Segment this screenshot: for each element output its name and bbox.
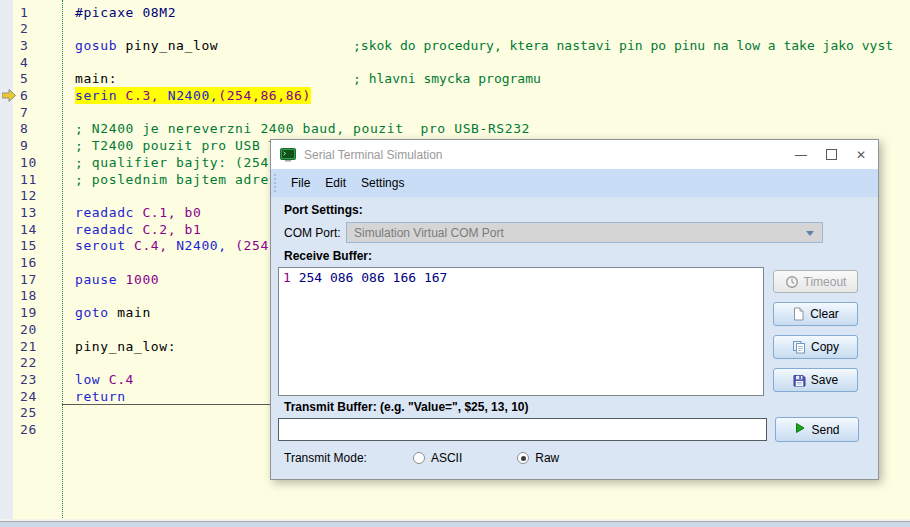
receive-buffer-textarea[interactable]: 1 254 086 086 166 167 bbox=[278, 267, 764, 396]
save-button-label: Save bbox=[811, 373, 838, 387]
send-button[interactable]: Send bbox=[775, 417, 859, 442]
code-token: C.2, b1 bbox=[142, 222, 201, 237]
menu-grip[interactable] bbox=[274, 174, 276, 192]
page-icon bbox=[792, 307, 805, 321]
copy-button[interactable]: Copy bbox=[773, 335, 858, 359]
code-token: ; qualifier bajty: (254,8 bbox=[75, 155, 286, 170]
save-icon bbox=[793, 374, 806, 387]
clock-icon bbox=[785, 275, 799, 289]
play-icon bbox=[794, 422, 806, 437]
transmit-buffer-label: Transmit Buffer: (e.g. "Value=", $25, 13… bbox=[284, 400, 528, 414]
code-token: gosub bbox=[75, 38, 126, 53]
send-button-label: Send bbox=[811, 423, 839, 437]
copy-icon bbox=[792, 340, 806, 354]
code-line-17: pause 1000 bbox=[75, 271, 159, 288]
transmit-mode-label: Transmit Mode: bbox=[284, 451, 367, 465]
code-line-21: piny_na_low: bbox=[75, 338, 176, 355]
code-line-14: readadc C.2, b1 bbox=[75, 221, 201, 238]
clear-button[interactable]: Clear bbox=[773, 302, 858, 326]
current-line-arrow-icon bbox=[2, 89, 16, 102]
code-token: low bbox=[75, 372, 109, 387]
com-port-label: COM Port: bbox=[284, 226, 341, 240]
code-token: ; poslednim bajtem adresu bbox=[75, 172, 286, 187]
code-token: readadc bbox=[75, 222, 142, 237]
receive-buffer-label: Receive Buffer: bbox=[284, 249, 372, 263]
code-line-8: ; N2400 je nereverzni 2400 baud, pouzit … bbox=[75, 120, 530, 137]
code-line-10: ; qualifier bajty: (254,8 bbox=[75, 154, 286, 171]
procedure-separator bbox=[62, 404, 270, 405]
code-token: C.3, bbox=[126, 88, 168, 103]
code-token: return bbox=[75, 389, 126, 404]
receive-value-first: 1 bbox=[283, 270, 291, 285]
radio-raw[interactable] bbox=[517, 452, 529, 464]
code-line-13: readadc C.1, b0 bbox=[75, 204, 201, 221]
maximize-icon[interactable] bbox=[816, 140, 846, 169]
chevron-down-icon bbox=[806, 231, 814, 236]
code-token: C.1, b0 bbox=[142, 205, 201, 220]
transmit-mode-options: ASCIIRaw bbox=[367, 451, 559, 465]
code-token: C.4, bbox=[134, 238, 176, 253]
code-token: ; hlavni smycka programu bbox=[353, 70, 541, 87]
timeout-button-label: Timeout bbox=[804, 275, 847, 289]
code-line-11: ; poslednim bajtem adresu bbox=[75, 171, 286, 188]
terminal-icon bbox=[280, 148, 296, 162]
dialog-titlebar[interactable]: Serial Terminal Simulation — ✕ bbox=[271, 140, 878, 169]
transmit-mode-option-ascii: ASCII bbox=[413, 451, 462, 465]
minimize-icon[interactable]: — bbox=[786, 140, 816, 169]
menu-item-settings[interactable]: Settings bbox=[361, 176, 404, 190]
code-token: #picaxe 08M2 bbox=[75, 5, 176, 20]
com-port-dropdown: Simulation Virtual COM Port bbox=[346, 222, 823, 243]
code-token: serout bbox=[75, 238, 134, 253]
code-token: main bbox=[117, 305, 151, 320]
serial-terminal-dialog: Serial Terminal Simulation — ✕ FileEditS… bbox=[270, 139, 879, 480]
code-token: piny_na_low: bbox=[75, 339, 176, 354]
code-token: main: bbox=[75, 71, 117, 86]
radio-label-raw: Raw bbox=[535, 451, 559, 465]
code-line-19: goto main bbox=[75, 304, 151, 321]
code-token: 1000 bbox=[126, 272, 160, 287]
clear-button-label: Clear bbox=[810, 307, 839, 321]
code-token: ; N2400 je nereverzni 2400 baud, pouzit … bbox=[75, 121, 530, 136]
receive-buttons: TimeoutClearCopySave bbox=[773, 270, 858, 392]
code-token: goto bbox=[75, 305, 117, 320]
code-token: readadc bbox=[75, 205, 142, 220]
menu-bar: FileEditSettings bbox=[271, 169, 878, 197]
menu-item-edit[interactable]: Edit bbox=[325, 176, 346, 190]
code-token: pause bbox=[75, 272, 126, 287]
code-token: C.4 bbox=[109, 372, 134, 387]
code-line-1: #picaxe 08M2 bbox=[75, 4, 176, 21]
code-line-15: serout C.4, N2400, (254,8 bbox=[75, 237, 286, 254]
save-button[interactable]: Save bbox=[773, 368, 858, 392]
menu-item-file[interactable]: File bbox=[291, 176, 310, 190]
code-token: N2400, bbox=[176, 238, 235, 253]
transmit-mode-option-raw: Raw bbox=[517, 451, 559, 465]
code-line-6: serin C.3, N2400,(254,86,86) bbox=[75, 87, 311, 104]
transmit-input[interactable] bbox=[278, 418, 767, 441]
com-port-value: Simulation Virtual COM Port bbox=[354, 226, 504, 240]
code-line-23: low C.4 bbox=[75, 371, 134, 388]
receive-value-rest: 254 086 086 166 167 bbox=[291, 270, 448, 285]
code-token: ; T2400 pouzit pro USB TT bbox=[75, 138, 286, 153]
port-settings-label: Port Settings: bbox=[284, 203, 363, 217]
timeout-button: Timeout bbox=[773, 270, 858, 293]
code-line-5: main:; hlavni smycka programu bbox=[75, 70, 117, 87]
code-line-9: ; T2400 pouzit pro USB TT bbox=[75, 137, 286, 154]
code-token: (254,86,86) bbox=[218, 88, 311, 103]
code-token: N2400, bbox=[168, 88, 219, 103]
radio-ascii[interactable] bbox=[413, 452, 425, 464]
code-token: ;skok do procedury, ktera nastavi pin po… bbox=[353, 37, 893, 54]
code-line-3: gosub piny_na_low;skok do procedury, kte… bbox=[75, 37, 218, 54]
code-token: serin bbox=[75, 88, 126, 103]
radio-label-ascii: ASCII bbox=[431, 451, 462, 465]
copy-button-label: Copy bbox=[811, 340, 839, 354]
code-token: piny_na_low bbox=[126, 38, 219, 53]
close-icon[interactable]: ✕ bbox=[846, 140, 876, 169]
status-strip bbox=[0, 519, 910, 527]
transmit-mode-row: Transmit Mode: ASCIIRaw bbox=[284, 451, 559, 465]
code-line-24: return bbox=[75, 388, 126, 405]
dialog-title: Serial Terminal Simulation bbox=[304, 148, 443, 162]
